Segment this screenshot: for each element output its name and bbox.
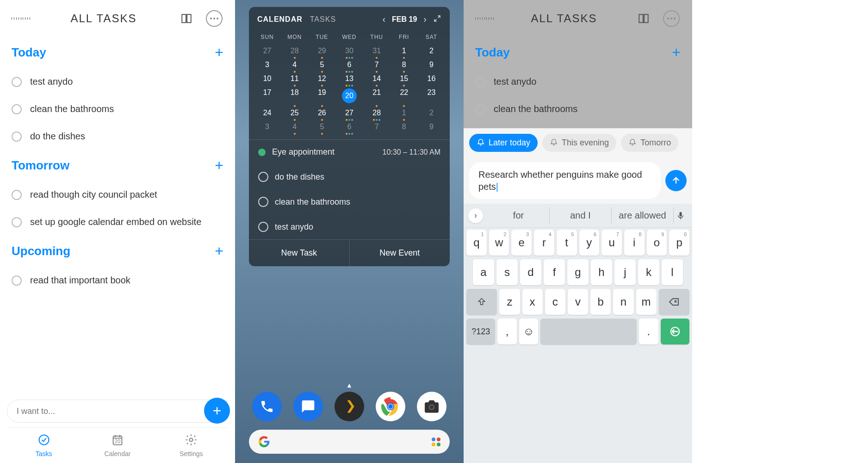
day-cell[interactable]: 1 — [391, 44, 418, 58]
key-d[interactable]: d — [520, 259, 541, 285]
more-menu-button[interactable] — [662, 9, 681, 28]
backspace-key[interactable] — [659, 289, 689, 315]
mic-icon[interactable] — [674, 211, 688, 220]
day-cell[interactable]: 7 — [363, 58, 391, 72]
day-cell[interactable]: 6 — [335, 58, 363, 72]
key-h[interactable]: h — [591, 259, 612, 285]
day-cell[interactable]: 20 — [335, 86, 363, 106]
checkbox-icon[interactable] — [475, 77, 485, 87]
menu-grid-icon[interactable] — [12, 9, 30, 28]
key-n[interactable]: n — [613, 289, 633, 315]
day-cell[interactable]: 4 — [281, 120, 308, 134]
task-item[interactable]: read though city council packet — [12, 181, 223, 208]
day-cell[interactable]: 28 — [281, 44, 308, 58]
key-f[interactable]: f — [544, 259, 565, 285]
key-c[interactable]: c — [545, 289, 565, 315]
task-item[interactable]: clean the bathrooms — [475, 95, 681, 123]
key-x[interactable]: x — [522, 289, 543, 315]
day-cell[interactable]: 29 — [308, 44, 335, 58]
task-item[interactable]: read that important book — [12, 267, 223, 294]
task-item[interactable]: clean the bathrooms — [12, 95, 223, 123]
day-cell[interactable]: 9 — [418, 58, 445, 72]
day-cell[interactable]: 21 — [363, 86, 391, 106]
suggestion[interactable]: and I — [550, 207, 612, 224]
day-cell[interactable]: 5 — [308, 120, 335, 134]
task-item[interactable]: do the dishes — [12, 123, 223, 150]
key-p[interactable]: p0 — [669, 230, 689, 256]
key-b[interactable]: b — [590, 289, 611, 315]
add-section-button[interactable]: + — [215, 243, 223, 260]
chrome-app-icon[interactable] — [376, 392, 405, 421]
next-month-icon[interactable]: › — [423, 14, 427, 25]
new-task-button[interactable]: New Task — [249, 240, 350, 266]
plex-app-icon[interactable] — [335, 392, 364, 421]
add-section-button[interactable]: + — [672, 44, 681, 61]
checkbox-icon[interactable] — [475, 104, 485, 114]
day-cell[interactable]: 11 — [281, 72, 308, 86]
key-m[interactable]: m — [636, 289, 657, 315]
add-task-fab[interactable]: + — [204, 398, 230, 424]
period-key[interactable]: . — [639, 319, 658, 344]
task-item[interactable]: test anydo — [12, 68, 223, 95]
day-cell[interactable]: 25 — [281, 106, 308, 120]
day-cell[interactable]: 3 — [254, 58, 281, 72]
day-cell[interactable]: 8 — [391, 58, 418, 72]
day-cell[interactable]: 3 — [254, 120, 281, 134]
key-a[interactable]: a — [473, 259, 494, 285]
task-item[interactable]: set up google calendar embed on website — [12, 208, 223, 236]
key-k[interactable]: k — [638, 259, 659, 285]
key-w[interactable]: w2 — [489, 230, 509, 256]
checkbox-icon[interactable] — [12, 217, 22, 227]
checkbox-icon[interactable] — [12, 77, 22, 87]
key-j[interactable]: j — [614, 259, 636, 285]
spacebar-key[interactable] — [540, 319, 637, 344]
key-u[interactable]: u7 — [601, 230, 622, 256]
event-item[interactable]: Eye appointment10:30 – 11:30 AM — [249, 140, 450, 164]
key-s[interactable]: s — [496, 259, 518, 285]
widget-tab-tasks[interactable]: TASKS — [310, 15, 336, 24]
shift-key[interactable] — [466, 289, 497, 315]
new-task-input[interactable]: Research whether penguins make good pets… — [469, 162, 661, 199]
day-cell[interactable]: 14 — [363, 72, 391, 86]
book-icon[interactable] — [634, 9, 653, 28]
day-cell[interactable]: 24 — [254, 106, 281, 120]
day-cell[interactable]: 2 — [418, 44, 445, 58]
day-cell[interactable]: 31 — [363, 44, 391, 58]
menu-grid-icon[interactable] — [475, 9, 494, 28]
suggestion[interactable]: for — [488, 207, 550, 224]
enter-key[interactable] — [661, 319, 689, 344]
new-event-button[interactable]: New Event — [350, 240, 450, 266]
camera-app-icon[interactable] — [417, 392, 446, 421]
key-r[interactable]: r4 — [534, 230, 554, 256]
day-cell[interactable]: 4 — [281, 58, 308, 72]
day-cell[interactable]: 27 — [254, 44, 281, 58]
day-cell[interactable]: 13 — [335, 72, 363, 86]
day-cell[interactable]: 19 — [308, 86, 335, 106]
app-drawer-handle[interactable]: ▲ — [346, 382, 353, 389]
emoji-key[interactable]: ☺ — [519, 319, 539, 344]
day-cell[interactable]: 18 — [281, 86, 308, 106]
add-section-button[interactable]: + — [215, 44, 223, 61]
task-item[interactable]: test anydo — [249, 214, 450, 239]
day-cell[interactable]: 2 — [418, 106, 445, 120]
expand-suggestions-icon[interactable]: › — [468, 208, 483, 223]
key-v[interactable]: v — [568, 289, 588, 315]
checkbox-icon[interactable] — [12, 131, 22, 142]
day-cell[interactable]: 5 — [308, 58, 335, 72]
day-cell[interactable]: 28 — [363, 106, 391, 120]
tab-settings[interactable]: Settings — [155, 428, 228, 463]
symbols-key[interactable]: ?123 — [466, 319, 495, 344]
add-section-button[interactable]: + — [215, 157, 223, 174]
day-cell[interactable]: 10 — [254, 72, 281, 86]
key-i[interactable]: i8 — [624, 230, 645, 256]
key-z[interactable]: z — [499, 289, 520, 315]
day-cell[interactable]: 1 — [391, 106, 418, 120]
quick-add-field[interactable] — [17, 407, 218, 416]
day-cell[interactable]: 22 — [391, 86, 418, 106]
expand-icon[interactable] — [433, 14, 441, 25]
day-cell[interactable]: 9 — [418, 120, 445, 134]
day-cell[interactable]: 8 — [391, 120, 418, 134]
task-item[interactable]: test anydo — [475, 68, 681, 95]
phone-app-icon[interactable] — [252, 392, 282, 421]
key-g[interactable]: g — [567, 259, 589, 285]
